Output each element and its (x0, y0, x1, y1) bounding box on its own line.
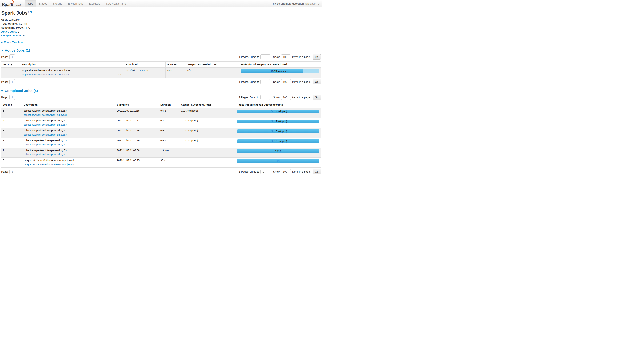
col-header-duration[interactable]: Duration (166, 61, 186, 68)
scheduling-mode-label: Scheduling Mode: (1, 26, 24, 29)
job-row: 0 parquet at NativeMethodAccessorImpl.ja… (2, 158, 321, 168)
tab-jobs[interactable]: Jobs (24, 0, 36, 7)
tasks-progress-label: 1/1 (16 skipped) (237, 129, 319, 133)
page-number-input[interactable] (10, 79, 15, 84)
active-jobs-table-head: Job Id ▾ Description Submitted Duration … (2, 61, 321, 68)
job-tasks-cell: 1/1 (16 skipped) (236, 138, 321, 148)
page-number-input[interactable] (10, 169, 15, 174)
application-suffix: application UI (304, 2, 320, 5)
job-description-cell: collect at /spark-scripts/spark-ad.py:53… (22, 138, 116, 148)
page-jump-controls: 1 Pages. Jump to . Show items in a page.… (239, 169, 321, 174)
job-description-link[interactable]: parquet at NativeMethodAccessorImpl.java… (24, 163, 74, 166)
job-duration-cell: 0.3 s (159, 118, 180, 128)
jump-to-page-input[interactable] (260, 95, 270, 100)
job-submitted-cell: 2022/11/07 11:08:15 (116, 158, 159, 168)
active-jobs-section-header[interactable]: Active Jobs (1) (1, 48, 321, 52)
items-per-page-input[interactable] (281, 169, 291, 174)
col-header-submitted[interactable]: Submitted (124, 61, 166, 68)
job-submitted-cell: 2022/11/07 11:08:58 (116, 148, 159, 158)
col-header-duration[interactable]: Duration (159, 102, 180, 108)
help-link[interactable]: (?) (28, 10, 32, 13)
tab-sql-dataframe[interactable]: SQL / DataFrame (103, 0, 130, 7)
event-timeline-toggle[interactable]: Event Timeline (1, 41, 321, 44)
job-description-link[interactable]: append at NativeMethodAccessorImpl.java:… (22, 73, 72, 76)
items-per-page-text: items in a page. (292, 55, 310, 58)
job-description-cell: parquet at NativeMethodAccessorImpl.java… (22, 158, 116, 168)
job-description-link[interactable]: collect at /spark-scripts/spark-ad.py:53 (24, 153, 66, 156)
pagination-bar: Page: 1 Pages. Jump to . Show items in a… (1, 169, 321, 174)
kill-link[interactable]: (kill) (118, 73, 122, 76)
go-button[interactable]: Go (312, 94, 321, 100)
col-header-job-id[interactable]: Job Id ▾ (2, 102, 22, 108)
summary-completed-jobs: Completed Jobs: 6 (1, 33, 321, 37)
tasks-progress-label: 15/19 (4 running) (241, 69, 319, 73)
go-button[interactable]: Go (312, 79, 321, 84)
tab-environment[interactable]: Environment (65, 0, 86, 7)
job-description-cell: collect at /spark-scripts/spark-ad.py:53… (22, 108, 116, 118)
jump-to-page-input[interactable] (260, 169, 270, 174)
spark-star-icon (10, 0, 14, 4)
pages-count-text: 1 Pages. Jump to (239, 80, 259, 83)
go-button[interactable]: Go (312, 169, 321, 174)
job-submitted-cell: 2022/11/07 11:10:17 (116, 118, 159, 128)
job-duration-cell: 14 s (166, 68, 186, 78)
collapse-down-arrow-icon (1, 90, 3, 92)
col-header-tasks[interactable]: Tasks (for all stages): Succeeded/Total (239, 61, 321, 68)
uptime-value: 3.0 min (18, 22, 27, 25)
jump-to-page-input[interactable] (260, 54, 270, 59)
application-name: ny-tlc-anomaly-detection (273, 2, 304, 5)
job-description-cell: collect at /spark-scripts/spark-ad.py:53… (22, 148, 116, 158)
application-id: ny-tlc-anomaly-detection application UI (273, 2, 322, 5)
job-description-link[interactable]: collect at /spark-scripts/spark-ad.py:53 (24, 113, 66, 116)
event-timeline-label: Event Timeline (4, 41, 22, 44)
tasks-progress-bar: 1/1 (16 skipped) (237, 139, 319, 143)
nav-tabs: Jobs Stages Storage Environment Executor… (24, 0, 130, 7)
job-description-cell: append at NativeMethodAccessorImpl.java:… (21, 68, 124, 78)
job-description-link[interactable]: collect at /spark-scripts/spark-ad.py:53 (24, 123, 66, 126)
completed-jobs-section-header[interactable]: Completed Jobs (6) (1, 89, 321, 93)
items-per-page-text: items in a page. (292, 96, 310, 99)
job-duration-cell: 0.8 s (159, 138, 180, 148)
page-number-input[interactable] (10, 95, 15, 100)
user-value: stackable (9, 18, 20, 21)
completed-jobs-top-pagination: Page: 1 Pages. Jump to . Show items in a… (1, 94, 321, 100)
col-header-stages[interactable]: Stages: Succeeded/Total (180, 102, 236, 108)
col-header-stages[interactable]: Stages: Succeeded/Total (186, 61, 239, 68)
job-description-link[interactable]: collect at /spark-scripts/spark-ad.py:53 (24, 143, 66, 146)
pages-count-text: 1 Pages. Jump to (239, 170, 259, 173)
completed-jobs-link[interactable]: Completed Jobs: (1, 34, 22, 37)
col-header-submitted[interactable]: Submitted (116, 102, 159, 108)
col-header-job-id[interactable]: Job Id ▾ (2, 61, 21, 68)
job-row: 4 collect at /spark-scripts/spark-ad.py:… (2, 118, 321, 128)
active-jobs-link[interactable]: Active Jobs: (1, 30, 17, 33)
page-label: Page: (1, 170, 8, 173)
tasks-progress-bar: 1/1 (18 skipped) (237, 110, 319, 113)
col-header-description[interactable]: Description (22, 102, 116, 108)
go-button[interactable]: Go (312, 54, 321, 60)
page-number-input[interactable] (10, 54, 15, 59)
job-row: 2 collect at /spark-scripts/spark-ad.py:… (2, 138, 321, 148)
page-label: Page: (1, 80, 8, 83)
job-description-link[interactable]: collect at /spark-scripts/spark-ad.py:53 (24, 133, 66, 136)
page-title-text: Spark Jobs (1, 10, 28, 16)
job-stages-cell: 1/1 (1 skipped) (180, 128, 236, 138)
summary-uptime: Total Uptime: 3.0 min (1, 21, 321, 25)
active-jobs-count: 1 (18, 30, 19, 33)
tab-storage[interactable]: Storage (50, 0, 65, 7)
tab-stages[interactable]: Stages (36, 0, 50, 7)
completed-jobs-table-head: Job Id ▾ Description Submitted Duration … (2, 102, 321, 108)
col-header-description[interactable]: Description (21, 61, 124, 68)
job-stages-cell: 0/1 (186, 68, 239, 78)
page-jump-controls: 1 Pages. Jump to . Show items in a page.… (239, 79, 321, 84)
collapse-down-arrow-icon (1, 50, 3, 51)
jump-to-page-input[interactable] (260, 79, 270, 84)
tab-executors[interactable]: Executors (86, 0, 103, 7)
items-per-page-input[interactable] (281, 54, 291, 59)
uptime-label: Total Uptime: (1, 22, 18, 25)
completed-jobs-table: Job Id ▾ Description Submitted Duration … (1, 102, 321, 168)
col-header-tasks[interactable]: Tasks (for all stages): Succeeded/Total (236, 102, 321, 108)
items-per-page-input[interactable] (281, 95, 291, 100)
active-jobs-section-title: Active Jobs (1) (5, 48, 30, 52)
spark-version: 3.3.0 (16, 3, 22, 6)
items-per-page-input[interactable] (281, 79, 291, 84)
